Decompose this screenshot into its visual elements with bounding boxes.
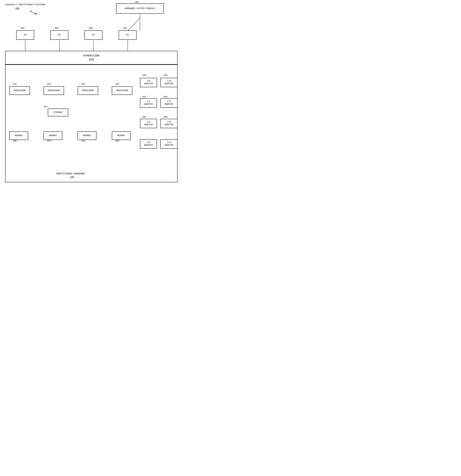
hypervisor-label: HYPERVISOR 410	[83, 54, 100, 61]
platform-number: 400	[15, 7, 19, 10]
partitioned-hw-number: 430	[70, 176, 74, 178]
diagram: LOGICALLY PARTITIONED PLATFORM 400 ↘ HAR…	[0, 0, 184, 190]
mem-440-number: 440	[13, 140, 17, 142]
io-adapter-454-box: I/OADAPTER	[161, 98, 178, 108]
io-452-number: 452	[142, 96, 146, 98]
io-458-number: 458	[163, 116, 167, 118]
io-450-number: 450	[163, 74, 167, 77]
memory-442-box: MEMORY	[43, 131, 62, 140]
mem-446-number: 446	[115, 140, 119, 142]
mem-444-number: 444	[81, 140, 85, 142]
os-404-number: 404	[55, 27, 59, 30]
os-402-box: OS	[16, 30, 34, 40]
io-adapter-452-box: I/OADAPTER	[140, 98, 157, 108]
processor-438-box: PROCESSOR	[112, 86, 132, 95]
proc-438-number: 438	[115, 83, 119, 85]
hsc-number: 480	[135, 1, 139, 3]
io-456-number: 456	[142, 116, 146, 118]
memory-444-box: MEMORY	[78, 131, 96, 140]
memory-446-box: MEMORY	[112, 131, 131, 140]
memory-440-box: MEMORY	[9, 131, 28, 140]
storage-tick: ⌐	[45, 108, 46, 110]
os-408-number: 408	[123, 27, 127, 30]
svg-line-8	[128, 18, 140, 31]
os-406-number: 406	[89, 27, 93, 30]
os-406-box: OS	[85, 30, 102, 40]
io-adapter-448-box: I/OADAPTER	[140, 78, 157, 87]
hsc-box: HARDWARE SYSTEM CONSOLE	[116, 3, 164, 14]
hypervisor-box: HYPERVISOR 410	[5, 51, 178, 65]
processor-434-box: PROCESSOR	[43, 86, 64, 95]
platform-title: LOGICALLY PARTITIONED PLATFORM	[5, 3, 45, 6]
os-402-number: 402	[20, 27, 24, 30]
mem-442-number: 442	[47, 140, 51, 142]
storage-box: STORAGE	[48, 109, 68, 116]
processor-432-box: PROCESSOR	[9, 86, 30, 95]
io-454-number: 454	[163, 96, 167, 98]
os-408-box: OS	[119, 30, 137, 40]
svg-marker-1	[34, 13, 37, 15]
partitioned-hw-label: PARTITIONED HARDWARE	[56, 172, 85, 175]
proc-434-number: 434	[47, 83, 51, 85]
platform-arrow: ↘	[30, 9, 32, 13]
proc-432-number: 432	[13, 83, 17, 85]
io-adapter-458-box: I/OADAPTER	[161, 119, 178, 128]
io-448-number: 448	[142, 74, 146, 77]
io-adapter-450-box: I/OADAPTER	[161, 78, 178, 87]
os-404-box: OS	[50, 30, 68, 40]
processor-436-box: PROCESSOR	[78, 86, 98, 95]
io-adapter-456-box: I/OADAPTER	[140, 119, 157, 128]
proc-436-number: 436	[81, 83, 85, 85]
io-adapter-462-box: I/OADAPTER	[161, 139, 178, 149]
io-adapter-460-box: I/OADAPTER	[140, 139, 157, 149]
os-402-tick: ⌐	[17, 26, 18, 28]
